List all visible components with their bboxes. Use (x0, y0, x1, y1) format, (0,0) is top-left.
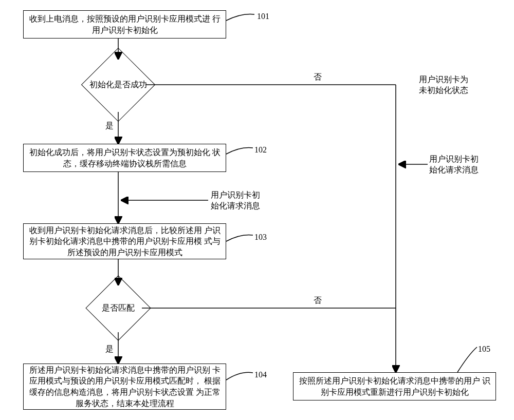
decision-match-label: 是否匹配 (102, 303, 135, 314)
label-yes-2: 是 (105, 344, 114, 355)
label-uninit-state: 用户识别卡为 未初始化状态 (419, 74, 468, 96)
ref-104: 104 (254, 370, 267, 380)
step-101: 收到上电消息，按照预设的用户识别卡应用模式进 行用户识别卡初始化 (23, 10, 226, 39)
step-105: 按照所述用户识别卡初始化请求消息中携带的用户 识别卡应用模式重新进行用户识别卡初… (293, 372, 496, 400)
step-104: 所述用户识别卡初始化请求消息中携带的用户识别 卡应用模式与预设的用户识别卡应用模… (23, 364, 226, 410)
decision-match: 是否匹配 (82, 290, 154, 326)
ref-103: 103 (254, 232, 267, 243)
label-no-2: 否 (314, 295, 322, 306)
label-init-req-right: 用户识别卡初 始化请求消息 (429, 154, 479, 176)
ref-105: 105 (478, 344, 490, 355)
label-no-1: 否 (314, 72, 322, 83)
decision-init-success: 初始化是否成功 (67, 67, 170, 103)
step-102: 初始化成功后，将用户识别卡状态设置为预初始化 状态，缓存移动终端协议栈所需信息 (23, 144, 226, 172)
label-init-req-left: 用户识别卡初 始化请求消息 (211, 190, 260, 212)
label-yes-1: 是 (105, 121, 114, 131)
ref-101: 101 (257, 11, 269, 22)
flowchart-canvas: 收到上电消息，按照预设的用户识别卡应用模式进 行用户识别卡初始化 初始化成功后，… (0, 0, 514, 420)
decision-init-success-label: 初始化是否成功 (89, 80, 147, 90)
step-103: 收到用户识别卡初始化请求消息后，比较所述用 户识别卡初始化请求消息中携带的用户识… (23, 223, 226, 259)
ref-102: 102 (254, 145, 267, 156)
